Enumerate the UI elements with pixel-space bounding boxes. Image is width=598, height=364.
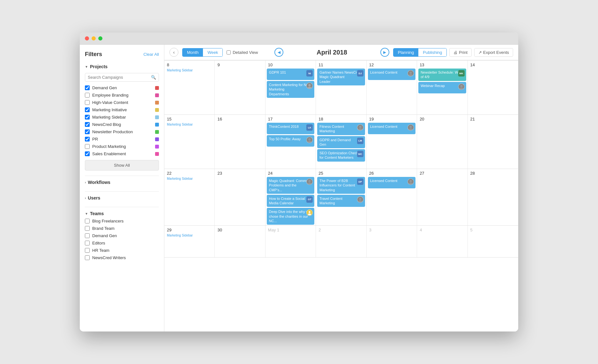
hr-checkbox[interactable] <box>85 248 90 253</box>
marketing-initiative-checkbox[interactable] <box>85 107 90 112</box>
event-licensed-1[interactable]: Licensed Content <box>368 69 415 80</box>
event-gdpr-demand-avatar: LM <box>357 138 363 144</box>
date-may3: 3 <box>367 226 417 233</box>
event-b2b-influencers[interactable]: The Power of B2B Influencers for Content… <box>317 177 365 194</box>
marketing-sidebar-checkbox[interactable] <box>85 115 90 120</box>
events-apr19: Licensed Content <box>367 122 417 135</box>
event-top50[interactable]: Top 50 Profile: Away <box>267 135 314 147</box>
product-marketing-label: Product Marketing <box>92 144 126 149</box>
cell-apr17: 17 ThinkContent 2018 LK Top 50 Profile: … <box>265 115 316 169</box>
project-marketing-sidebar: Marketing Sidebar <box>85 113 159 121</box>
event-seo[interactable]: SEO Optimization Checklist for Content M… <box>317 149 365 162</box>
projects-header[interactable]: ▼ Projects <box>85 63 159 70</box>
workflows-header[interactable]: › Workflows <box>85 178 159 186</box>
campaign-marketing-sidebar-4[interactable]: Marketing Sidebar <box>164 233 214 238</box>
demand-gen-checkbox[interactable] <box>85 85 90 90</box>
campaign-marketing-sidebar-3[interactable]: Marketing Sidebar <box>164 176 214 182</box>
high-value-color <box>155 101 159 105</box>
project-high-value: High-Value Content <box>85 99 159 106</box>
event-deep-dive[interactable]: Deep Dive into the why we chose the char… <box>267 208 314 225</box>
close-button[interactable] <box>85 36 89 40</box>
print-button[interactable]: 🖨 Print <box>449 48 472 57</box>
week-row-4: 29 Marketing Sidebar 30 May 1 2 <box>164 226 518 258</box>
cell-may3: 3 <box>367 226 417 257</box>
blog-freelancers-label: Blog Freelancers <box>92 219 123 223</box>
pr-checkbox[interactable] <box>85 137 90 142</box>
event-gdpr101[interactable]: GDPR 101 NI <box>267 69 314 80</box>
newscred-writers-checkbox[interactable] <box>85 255 90 260</box>
event-magic-quadrant[interactable]: Magic Quadrant: Common Problems and the … <box>267 177 314 194</box>
event-gartner[interactable]: Gartner Names NewsCred Magic Quadrant Le… <box>317 69 365 85</box>
event-newsletter-schedule[interactable]: Newsletter Schedule: Week of 4/9 MK <box>418 69 466 81</box>
detail-view-label: Detailed View <box>233 50 258 55</box>
detail-view-checkbox[interactable] <box>227 50 231 55</box>
date-30: 30 <box>215 226 265 233</box>
minimize-button[interactable] <box>92 36 96 40</box>
team-hr: HR Team <box>85 247 159 254</box>
cell-apr22: 22 Marketing Sidebar <box>164 169 215 225</box>
users-chevron: › <box>85 196 86 200</box>
svg-point-9 <box>358 128 362 131</box>
month-view-button[interactable]: Month <box>183 48 203 56</box>
maximize-button[interactable] <box>98 36 102 40</box>
campaign-marketing-sidebar-1[interactable]: Marketing Sidebar <box>164 68 214 73</box>
projects-chevron: ▼ <box>85 65 88 69</box>
svg-point-12 <box>309 180 311 182</box>
demand-gen-team-checkbox[interactable] <box>85 233 90 238</box>
week-row-2: 15 Marketing Sidebar 16 17 ThinkContent … <box>164 115 518 169</box>
high-value-checkbox[interactable] <box>85 100 90 105</box>
date-17: 17 <box>265 115 316 122</box>
clear-all-button[interactable]: Clear All <box>144 52 159 57</box>
main-content: ‹ Month Week Detailed View ◀ April 2018 … <box>164 45 518 331</box>
event-licensed-2[interactable]: Licensed Content <box>368 123 415 134</box>
show-all-button[interactable]: Show All <box>85 160 159 171</box>
demand-gen-color <box>155 86 159 90</box>
editors-checkbox[interactable] <box>85 241 90 245</box>
cell-apr8: 8 Marketing Sidebar <box>164 61 215 114</box>
sales-enablement-checkbox[interactable] <box>85 151 90 156</box>
nav-back-button[interactable]: ‹ <box>169 48 178 57</box>
event-licensed-3-avatar <box>407 178 414 185</box>
newsletter-production-checkbox[interactable] <box>85 129 90 134</box>
campaign-marketing-sidebar-2[interactable]: Marketing Sidebar <box>164 122 214 127</box>
search-box[interactable]: 🔍 <box>85 73 159 82</box>
blog-freelancers-checkbox[interactable] <box>85 219 90 223</box>
next-month-button[interactable]: ▶ <box>380 48 389 57</box>
employee-branding-checkbox[interactable] <box>85 93 90 98</box>
event-deep-dive-avatar <box>306 209 313 216</box>
events-apr17: ThinkContent 2018 LK Top 50 Profile: Awa… <box>265 122 316 147</box>
event-licensed-3[interactable]: Licensed Content <box>368 177 415 188</box>
events-apr10: GDPR 101 NI Content Marketing for Non-Ma… <box>265 68 316 98</box>
newscred-blog-checkbox[interactable] <box>85 122 90 127</box>
users-section: › Users <box>85 194 159 202</box>
svg-point-8 <box>359 126 361 128</box>
event-content-marketing[interactable]: Content Marketing for Non-Marketing Depa… <box>267 81 314 98</box>
teams-header[interactable]: ▼ Teams <box>85 210 159 217</box>
cell-apr12: 12 Licensed Content <box>367 61 417 114</box>
export-button[interactable]: ↗ Export Events <box>474 48 513 57</box>
event-b2b-influencers-avatar: DP <box>357 178 363 185</box>
brand-team-checkbox[interactable] <box>85 226 90 231</box>
event-social-media-cal[interactable]: How to Create a Social Media Calendar GT <box>267 195 314 207</box>
svg-point-13 <box>308 183 311 185</box>
planning-button[interactable]: Planning <box>393 48 419 56</box>
svg-point-7 <box>308 141 311 143</box>
users-header[interactable]: › Users <box>85 194 159 202</box>
event-gdpr-demand[interactable]: GDPR and Demand Gen LM <box>317 136 365 149</box>
date-19: 19 <box>367 115 417 122</box>
date-23: 23 <box>215 169 265 176</box>
event-seo-title: SEO Optimization Checklist for Content M… <box>319 151 363 159</box>
event-webinar-recap[interactable]: Webinar Recap <box>418 82 466 93</box>
cell-may4: 4 <box>417 226 467 257</box>
svg-point-16 <box>308 214 311 215</box>
product-marketing-checkbox[interactable] <box>85 144 90 149</box>
day-headers <box>164 60 518 61</box>
publishing-button[interactable]: Publishing <box>418 48 446 56</box>
search-input[interactable] <box>88 75 151 80</box>
event-thinkContent[interactable]: ThinkContent 2018 LK <box>267 123 314 134</box>
event-fitness[interactable]: Fitness Content Marketing <box>317 123 365 135</box>
event-travel[interactable]: Travel Content Marketing <box>317 195 365 207</box>
demand-gen-team-label: Demand Gen <box>92 233 117 238</box>
prev-month-button[interactable]: ◀ <box>274 48 283 57</box>
week-view-button[interactable]: Week <box>203 48 222 56</box>
